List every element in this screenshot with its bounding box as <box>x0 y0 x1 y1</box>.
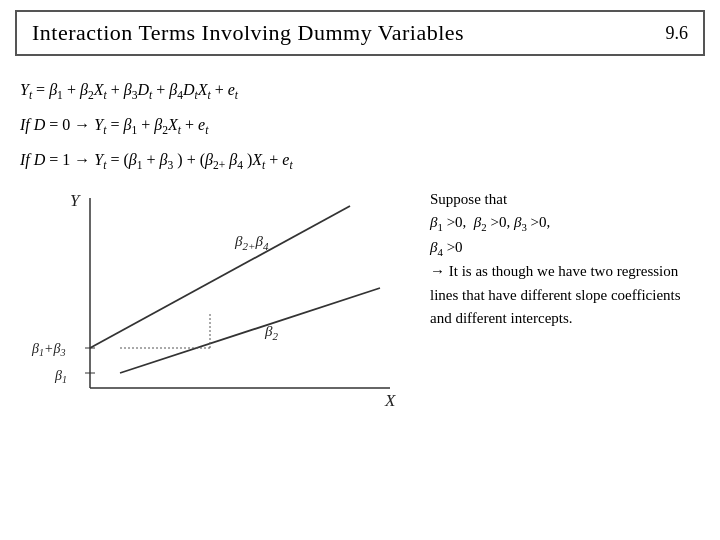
equations-block: Yt = β1 + β2Xt + β3Dt + β4DtXt + et If D… <box>20 74 700 178</box>
right-text-block: Suppose that β1 >0, β2 >0, β3 >0, β4 >0 … <box>430 188 700 330</box>
equation-1: Yt = β1 + β2Xt + β3Dt + β4DtXt + et <box>20 74 700 107</box>
section-number: 9.6 <box>666 23 689 44</box>
slope2-label: β2 <box>264 323 278 342</box>
x-axis-label: X <box>384 391 396 410</box>
equation-2: If D = 0 → Yt = β1 + β2Xt + et <box>20 109 700 142</box>
lower-section: Y X β2+β4 β2 β1+β3 β1 <box>20 188 700 418</box>
header-box: Interaction Terms Involving Dummy Variab… <box>15 10 705 56</box>
main-content: Yt = β1 + β2Xt + β3Dt + β4DtXt + et If D… <box>0 56 720 428</box>
graph-area: Y X β2+β4 β2 β1+β3 β1 <box>30 188 410 418</box>
graph-svg: Y X β2+β4 β2 β1+β3 β1 <box>30 188 410 418</box>
intercept1-label: β1+β3 <box>31 341 65 358</box>
page-title: Interaction Terms Involving Dummy Variab… <box>32 20 464 46</box>
slope1-label: β2+β4 <box>234 233 269 252</box>
equation-3: If D = 1 → Yt = (β1 + β3 ) + (β2+ β4 )Xt… <box>20 144 700 177</box>
svg-line-3 <box>120 288 380 373</box>
intercept2-label: β1 <box>54 368 67 385</box>
page: Interaction Terms Involving Dummy Variab… <box>0 10 720 540</box>
suppose-text: Suppose that β1 >0, β2 >0, β3 >0, β4 >0 … <box>430 188 700 330</box>
svg-line-2 <box>90 206 350 348</box>
y-axis-label: Y <box>70 191 81 210</box>
